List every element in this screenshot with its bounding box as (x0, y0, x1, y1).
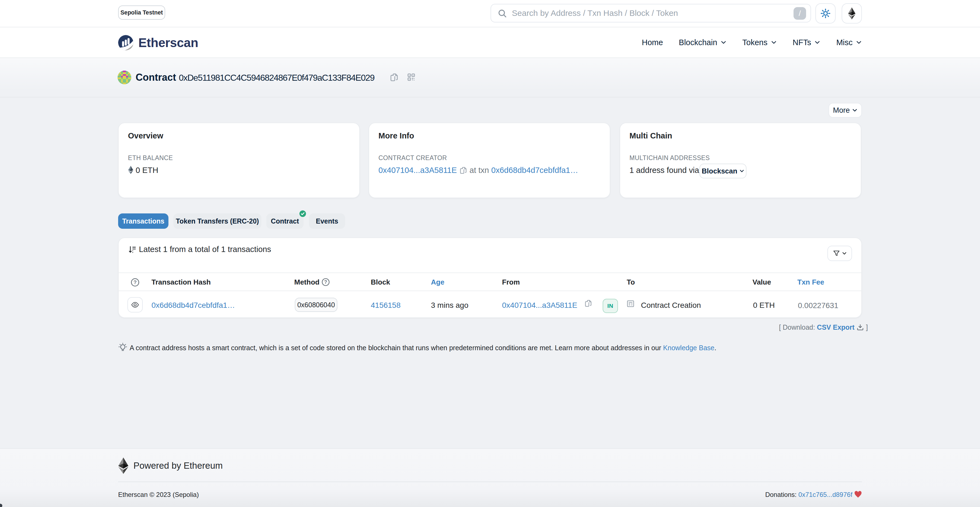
svg-text:?: ? (324, 279, 327, 285)
svg-text:?: ? (134, 279, 137, 285)
